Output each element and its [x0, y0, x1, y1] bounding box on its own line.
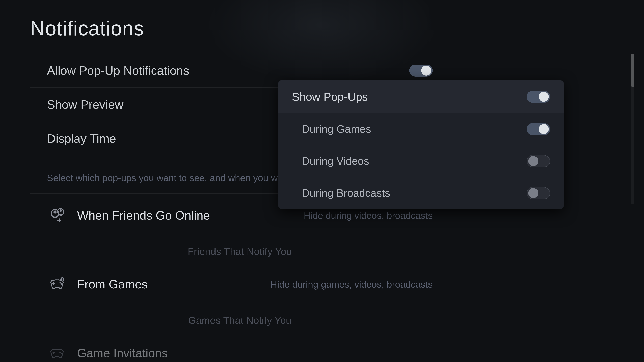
dropdown-show-popups-label: Show Pop-Ups — [292, 90, 368, 103]
game-invitations-name: Game Invitations — [77, 346, 433, 360]
toggle-knob-during-games — [539, 124, 549, 134]
svg-point-8 — [59, 282, 61, 284]
svg-rect-5 — [57, 220, 61, 221]
during-videos-label: During Videos — [292, 155, 369, 167]
during-videos-toggle[interactable] — [526, 155, 550, 167]
dropdown-during-games-row[interactable]: During Games — [278, 113, 564, 145]
notif-item-from-games[interactable]: From Games Hide during games, videos, br… — [30, 262, 450, 306]
page-title: Notifications — [30, 17, 144, 40]
dropdown-during-videos-row[interactable]: During Videos — [278, 145, 564, 177]
svg-point-16 — [61, 353, 62, 354]
notif-item-game-invitations[interactable]: Game Invitations — [30, 331, 450, 362]
toggle-knob-show-popups — [539, 92, 549, 102]
allow-popup-toggle[interactable] — [409, 64, 433, 77]
dropdown-show-popups-row[interactable]: Show Pop-Ups — [278, 80, 564, 113]
friends-online-name: When Friends Go Online — [77, 209, 304, 222]
svg-point-12 — [62, 280, 63, 281]
from-games-status: Hide during games, videos, broadcasts — [270, 279, 433, 290]
allow-popup-label: Allow Pop-Up Notifications — [47, 64, 189, 77]
during-games-label: During Games — [292, 123, 371, 135]
show-preview-label: Show Preview — [47, 98, 124, 111]
dropdown-during-broadcasts-row[interactable]: During Broadcasts — [278, 177, 564, 209]
friends-online-status: Hide during videos, broadcasts — [304, 210, 433, 221]
svg-rect-7 — [52, 283, 55, 284]
svg-point-9 — [61, 283, 62, 285]
svg-point-3 — [60, 209, 62, 212]
svg-point-1 — [54, 211, 56, 214]
toggle-knob-during-broadcasts — [528, 188, 538, 198]
during-broadcasts-toggle[interactable] — [526, 187, 550, 199]
display-time-label: Display Time — [47, 132, 116, 145]
games-notify-sub-label: Games That Notify You — [30, 306, 450, 331]
controller-icon — [47, 274, 67, 294]
during-games-toggle[interactable] — [526, 123, 550, 135]
toggle-knob — [421, 65, 431, 76]
svg-rect-14 — [52, 353, 55, 353]
popup-dropdown-panel: Show Pop-Ups During Games During Videos … — [278, 80, 564, 209]
scrollbar[interactable] — [631, 54, 634, 204]
svg-rect-11 — [62, 278, 63, 280]
scrollbar-thumb[interactable] — [631, 54, 634, 87]
from-games-name: From Games — [77, 277, 270, 291]
toggle-knob-during-videos — [528, 156, 538, 166]
svg-point-15 — [59, 352, 61, 353]
friends-notify-sub-label: Friends That Notify You — [30, 237, 450, 262]
friends-icon — [47, 205, 67, 225]
game-invite-icon — [47, 343, 67, 362]
during-broadcasts-label: During Broadcasts — [292, 187, 390, 199]
show-popups-toggle[interactable] — [526, 91, 550, 103]
